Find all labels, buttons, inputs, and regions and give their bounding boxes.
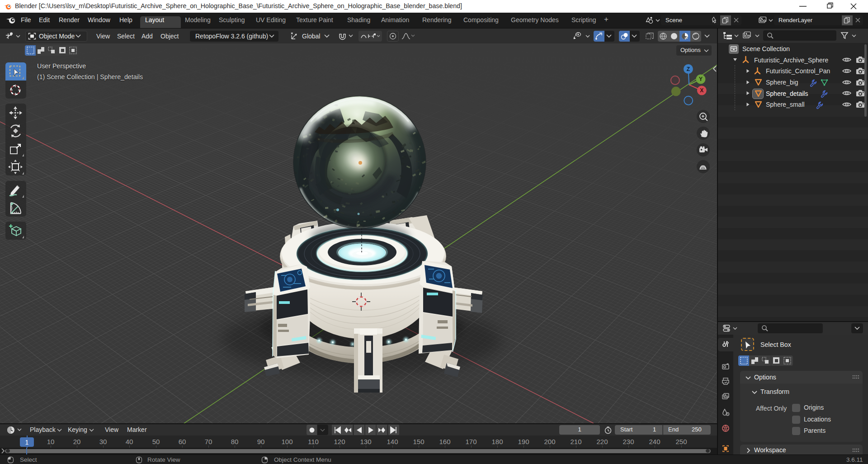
svg-text:Z: Z <box>687 66 690 72</box>
svg-text:Y: Y <box>699 76 703 82</box>
svg-text:X: X <box>700 87 703 94</box>
